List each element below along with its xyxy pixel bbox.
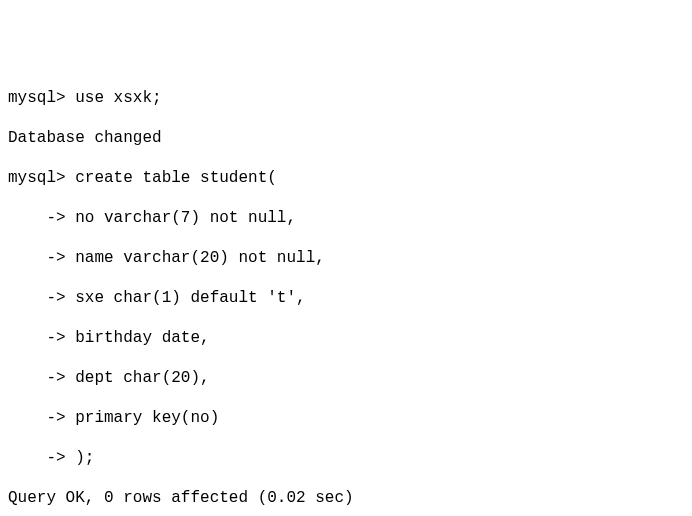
create-line-dept: -> dept char(20), bbox=[8, 368, 692, 388]
cmd-create-table: mysql> create table student( bbox=[8, 168, 692, 188]
query-ok: Query OK, 0 rows affected (0.02 sec) bbox=[8, 488, 692, 508]
db-changed: Database changed bbox=[8, 128, 692, 148]
create-line-sxe: -> sxe char(1) default 't', bbox=[8, 288, 692, 308]
create-line-end: -> ); bbox=[8, 448, 692, 468]
create-line-no: -> no varchar(7) not null, bbox=[8, 208, 692, 228]
mysql-terminal: mysql> use xsxk; Database changed mysql>… bbox=[8, 68, 692, 516]
create-line-name: -> name varchar(20) not null, bbox=[8, 248, 692, 268]
create-line-pk: -> primary key(no) bbox=[8, 408, 692, 428]
cmd-use: mysql> use xsxk; bbox=[8, 88, 692, 108]
create-line-birthday: -> birthday date, bbox=[8, 328, 692, 348]
